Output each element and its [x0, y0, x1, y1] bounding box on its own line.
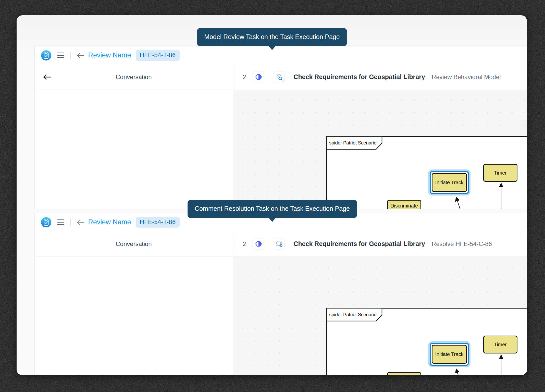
task-subtitle: Resolve HFE-54-C-86	[432, 240, 492, 248]
diagram-frame[interactable]: spider Patriot Scenario Initiate Track T…	[326, 136, 527, 209]
node-timer[interactable]: Timer	[483, 336, 517, 353]
panel-body: spider Patriot Scenario Initiate Track T…	[35, 257, 527, 375]
tooltip-comment-resolution: Comment Resolution Task on the Task Exec…	[188, 200, 357, 218]
comment-resolution-button[interactable]	[273, 238, 285, 250]
diagram-tab: spider Patriot Scenario	[326, 136, 386, 150]
task-title: Check Requirements for Geospatial Librar…	[293, 240, 425, 248]
panel-toolbar: Conversation 2	[35, 231, 527, 257]
node-initiate-track[interactable]: Initiate Track	[432, 173, 467, 192]
node-initiate-track[interactable]: Initiate Track	[432, 345, 467, 364]
model-review-button[interactable]	[273, 71, 285, 83]
hexagon-filter-button[interactable]	[253, 238, 264, 250]
back-arrow-icon[interactable]	[77, 219, 85, 225]
comment-count: 2	[243, 240, 246, 248]
hexagon-icon	[255, 74, 262, 80]
diagram-canvas: spider Patriot Scenario Initiate Track T…	[233, 257, 527, 375]
chat-check-icon	[275, 240, 283, 248]
node-discriminate[interactable]: Discriminate	[387, 200, 421, 209]
panel-body: spider Patriot Scenario Initiate Track T…	[35, 90, 527, 209]
model-review-panel: Review Name HFE-54-T-86 Conversation 2	[34, 46, 527, 209]
review-id-badge: HFE-54-T-86	[136, 50, 180, 61]
conversation-header: Conversation	[35, 64, 233, 90]
diagram-tab: spider Patriot Scenario	[326, 308, 386, 322]
diagram-tab-label: spider Patriot Scenario	[329, 312, 376, 317]
cube-search-icon	[275, 73, 283, 81]
node-discriminate[interactable]: Discriminate	[387, 372, 421, 375]
tooltip-model-review: Model Review Task on the Task Execution …	[197, 28, 347, 46]
selection-ring: Initiate Track	[430, 343, 469, 366]
node-timer[interactable]: Timer	[483, 164, 517, 182]
review-id-badge: HFE-54-T-86	[136, 217, 180, 228]
conversation-pane	[35, 90, 233, 209]
conversation-pane	[35, 257, 233, 375]
task-title: Check Requirements for Geospatial Librar…	[293, 73, 425, 81]
app-header: Review Name HFE-54-T-86	[35, 46, 527, 64]
header-divider	[70, 52, 71, 59]
conversation-header: Conversation	[35, 231, 233, 256]
conversation-title: Conversation	[116, 74, 152, 81]
comment-resolution-panel: Review Name HFE-54-T-86 Conversation 2	[34, 213, 527, 375]
task-subtitle: Review Behavioral Model	[432, 74, 501, 81]
conversation-back-button[interactable]	[43, 74, 52, 80]
comment-count: 2	[243, 74, 246, 81]
conversation-title: Conversation	[116, 240, 152, 248]
back-arrow-icon[interactable]	[77, 52, 85, 58]
diagram-canvas: spider Patriot Scenario Initiate Track T…	[233, 90, 527, 209]
panel-toolbar: Conversation 2	[35, 64, 527, 90]
diagram-frame[interactable]: spider Patriot Scenario Initiate Track T…	[326, 308, 527, 375]
diagram-tab-label: spider Patriot Scenario	[329, 140, 376, 145]
clipboard-app-icon[interactable]	[41, 50, 52, 61]
selection-highlight: Initiate Track	[428, 341, 470, 367]
clipboard-app-icon[interactable]	[41, 217, 52, 228]
review-name-link[interactable]: Review Name	[88, 218, 131, 226]
hexagon-icon	[255, 241, 262, 247]
header-divider	[70, 218, 71, 226]
hexagon-filter-button[interactable]	[253, 71, 264, 83]
hamburger-menu-icon[interactable]	[57, 219, 64, 225]
hamburger-menu-icon[interactable]	[57, 53, 64, 58]
selection-ring: Initiate Track	[430, 171, 469, 194]
task-header: 2 Check Requirements for Geospatia	[233, 231, 527, 256]
review-name-link[interactable]: Review Name	[88, 51, 131, 59]
selection-highlight: Initiate Track	[428, 169, 470, 195]
task-header: 2 Check Requirements for Geospatia	[233, 64, 527, 90]
page-card: Review Name HFE-54-T-86 Conversation 2	[17, 15, 527, 375]
